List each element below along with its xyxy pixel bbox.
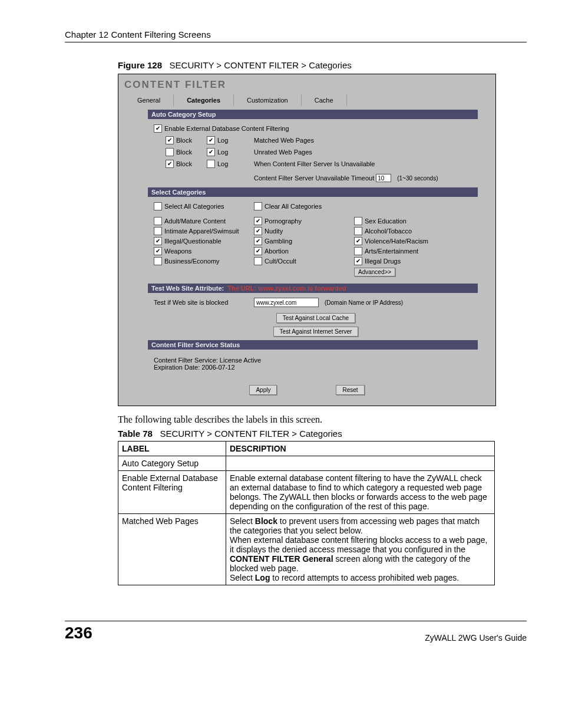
enable-external-db-label: Enable External Database Content Filteri… — [164, 125, 289, 132]
screenshot-frame: CONTENT FILTER General Categories Custom… — [118, 74, 496, 406]
unavailable-log-checkbox[interactable] — [207, 160, 215, 168]
service-status-line2: Expiration Date: 2006-07-12 — [154, 364, 478, 371]
enable-external-db-checkbox[interactable] — [154, 124, 162, 133]
unavailable-block-checkbox[interactable] — [166, 160, 174, 168]
category-checkbox[interactable] — [354, 227, 362, 235]
test-bar-label: Test Web Site Attribute: — [151, 285, 224, 292]
categories-grid: Adult/Mature ContentPornographySex Educa… — [154, 217, 478, 265]
test-local-cache-button[interactable]: Test Against Local Cache — [276, 313, 355, 323]
clear-all-checkbox[interactable] — [254, 202, 262, 210]
category-label: Illegal/Questionable — [164, 238, 222, 245]
unrated-block-checkbox[interactable] — [166, 148, 174, 156]
table-caption: Table 78 SECURITY > CONTENT FILTER > Cat… — [118, 429, 527, 439]
clear-all-label: Clear All Categories — [265, 203, 322, 210]
category-item: Arts/Entertainment — [354, 247, 454, 255]
category-label: Illegal Drugs — [365, 258, 401, 265]
select-all-label: Select All Categories — [164, 203, 224, 210]
tab-categories[interactable]: Categories — [174, 94, 234, 106]
category-item: Nudity — [254, 227, 354, 235]
test-url-input[interactable] — [254, 298, 319, 307]
category-label: Business/Economy — [164, 258, 220, 265]
block-label-2: Block — [176, 149, 192, 156]
table-row: Auto Category Setup — [118, 456, 495, 471]
category-item: Pornography — [254, 217, 354, 225]
category-label: Pornography — [265, 218, 302, 225]
category-checkbox[interactable] — [154, 237, 162, 245]
category-checkbox[interactable] — [354, 257, 362, 265]
category-label: Abortion — [265, 248, 289, 255]
test-if-label: Test if Web site is blocked — [154, 299, 254, 306]
section-select-categories: Select Categories — [148, 187, 478, 197]
tab-customization[interactable]: Customization — [234, 94, 302, 106]
category-checkbox[interactable] — [154, 247, 162, 255]
cell-desc: Enable external database content filteri… — [226, 471, 495, 514]
category-label: Arts/Entertainment — [365, 248, 418, 255]
category-item: Weapons — [154, 247, 254, 255]
category-item: Business/Economy — [154, 257, 254, 265]
description-table: LABEL DESCRIPTION Auto Category Setup En… — [118, 441, 495, 585]
figure-caption: Figure 128 SECURITY > CONTENT FILTER > C… — [118, 60, 527, 70]
category-item: Gambling — [254, 237, 354, 245]
matched-block-checkbox[interactable] — [166, 136, 174, 144]
cell-label: Auto Category Setup — [118, 456, 226, 471]
test-internet-server-button[interactable]: Test Against Internet Server — [273, 327, 359, 337]
advanced-button[interactable]: Advanced>> — [354, 268, 395, 276]
matched-log-checkbox[interactable] — [207, 136, 215, 144]
timeout-input[interactable] — [376, 174, 391, 182]
category-label: Adult/Mature Content — [164, 218, 226, 225]
service-status-line1: Content Filter Service: License Active — [154, 357, 478, 364]
category-label: Weapons — [164, 248, 191, 255]
category-checkbox[interactable] — [354, 217, 362, 225]
cell-label: Enable External Database Content Filteri… — [118, 471, 226, 514]
category-item: Sex Education — [354, 217, 454, 225]
category-checkbox[interactable] — [254, 217, 262, 225]
category-checkbox[interactable] — [254, 237, 262, 245]
category-item: Intimate Apparel/Swimsuit — [154, 227, 254, 235]
cell-label: Matched Web Pages — [118, 514, 226, 585]
category-checkbox[interactable] — [154, 217, 162, 225]
log-label-2: Log — [217, 149, 228, 156]
page-number: 236 — [65, 624, 92, 643]
category-item: Alcohol/Tobacco — [354, 227, 454, 235]
category-checkbox[interactable] — [254, 247, 262, 255]
category-checkbox[interactable] — [354, 247, 362, 255]
reset-button[interactable]: Reset — [336, 385, 364, 395]
unrated-row-label: Unrated Web Pages — [254, 149, 312, 156]
unavailable-row-label: When Content Filter Server Is Unavailabl… — [254, 160, 375, 167]
category-item: Illegal/Questionable — [154, 237, 254, 245]
log-label-3: Log — [217, 160, 228, 167]
category-item: Cult/Occult — [254, 257, 354, 265]
table-row: Enable External Database Content Filteri… — [118, 471, 495, 514]
cell-desc — [226, 456, 495, 471]
section-service-status: Content Filter Service Status — [148, 340, 478, 350]
header-rule — [65, 42, 527, 42]
chapter-header: Chapter 12 Content Filtering Screens — [65, 29, 527, 39]
section-auto-category: Auto Category Setup — [148, 110, 478, 119]
category-checkbox[interactable] — [254, 257, 262, 265]
category-label: Violence/Hate/Racism — [365, 238, 428, 245]
timeout-hint: (1~30 seconds) — [397, 175, 438, 182]
tab-general[interactable]: General — [124, 94, 174, 106]
category-label: Alcohol/Tobacco — [365, 228, 412, 235]
category-checkbox[interactable] — [354, 237, 362, 245]
category-checkbox[interactable] — [154, 227, 162, 235]
block-label: Block — [176, 137, 192, 144]
category-label: Cult/Occult — [265, 258, 296, 265]
category-checkbox[interactable] — [154, 257, 162, 265]
category-checkbox[interactable] — [254, 227, 262, 235]
content-filter-title: CONTENT FILTER — [118, 74, 495, 91]
tabs: General Categories Customization Cache — [124, 94, 495, 106]
apply-button[interactable]: Apply — [249, 385, 277, 395]
test-url-hint: (Domain Name or IP Address) — [325, 299, 403, 306]
table-title: SECURITY > CONTENT FILTER > Categories — [160, 429, 342, 439]
select-all-checkbox[interactable] — [154, 202, 162, 210]
category-item: Abortion — [254, 247, 354, 255]
unrated-log-checkbox[interactable] — [207, 148, 215, 156]
category-label: Gambling — [265, 238, 292, 245]
category-item: Violence/Hate/Racism — [354, 237, 454, 245]
test-bar-message: The URL: www.zyxel.com is forwarded — [227, 285, 346, 292]
table-number: Table 78 — [118, 429, 153, 439]
tab-cache[interactable]: Cache — [302, 94, 347, 106]
category-item: Adult/Mature Content — [154, 217, 254, 225]
figure-title: SECURITY > CONTENT FILTER > Categories — [170, 60, 352, 70]
